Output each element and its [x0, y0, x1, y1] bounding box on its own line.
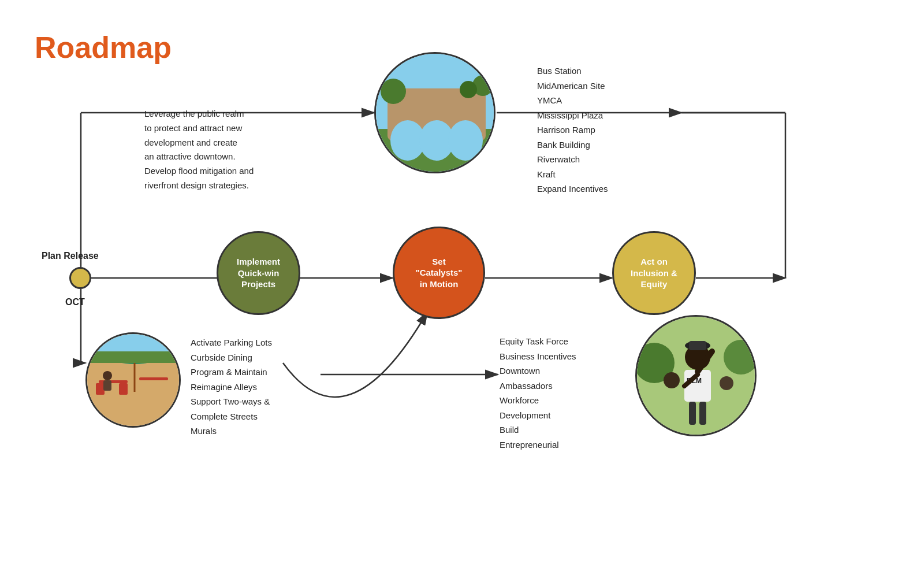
label-top-right-list: Bus Station MidAmerican Site YMCA Missis… [537, 64, 608, 196]
photo-bottom-left [85, 332, 181, 428]
svg-rect-23 [99, 380, 128, 383]
label-top-description: Leverage the public realm to protect and… [144, 107, 254, 193]
label-oct: OCT [65, 295, 85, 310]
svg-point-29 [103, 371, 112, 380]
node-quickwin: ImplementQuick-winProjects [217, 231, 300, 315]
svg-point-45 [664, 372, 680, 388]
svg-point-21 [460, 81, 477, 98]
svg-rect-30 [103, 380, 111, 391]
node-catalysts-label: Set"Catalysts"in Motion [416, 256, 463, 290]
svg-rect-42 [699, 402, 706, 425]
svg-point-19 [381, 79, 406, 104]
photo-top [374, 52, 495, 173]
label-bottom-right-list: Equity Task Force Business Incentives Do… [500, 334, 576, 452]
node-catalysts: Set"Catalysts"in Motion [393, 227, 485, 319]
page-title: Roadmap [35, 30, 172, 65]
svg-point-18 [448, 120, 483, 161]
svg-rect-32 [87, 351, 181, 363]
svg-rect-25 [96, 383, 105, 395]
svg-rect-26 [119, 383, 128, 395]
node-quickwin-label: ImplementQuick-winProjects [237, 256, 280, 290]
svg-rect-24 [139, 377, 168, 380]
node-inclusion: Act onInclusion &Equity [612, 231, 696, 315]
svg-rect-41 [689, 402, 696, 425]
photo-bottom-right: BLM [635, 315, 757, 436]
label-bottom-left-list: Activate Parking Lots Curbside Dining Pr… [191, 335, 272, 439]
node-inclusion-label: Act onInclusion &Equity [631, 256, 677, 290]
svg-point-46 [720, 376, 733, 390]
node-start [69, 267, 91, 289]
label-plan-release: Plan Release [42, 249, 99, 264]
svg-rect-44 [689, 341, 706, 350]
